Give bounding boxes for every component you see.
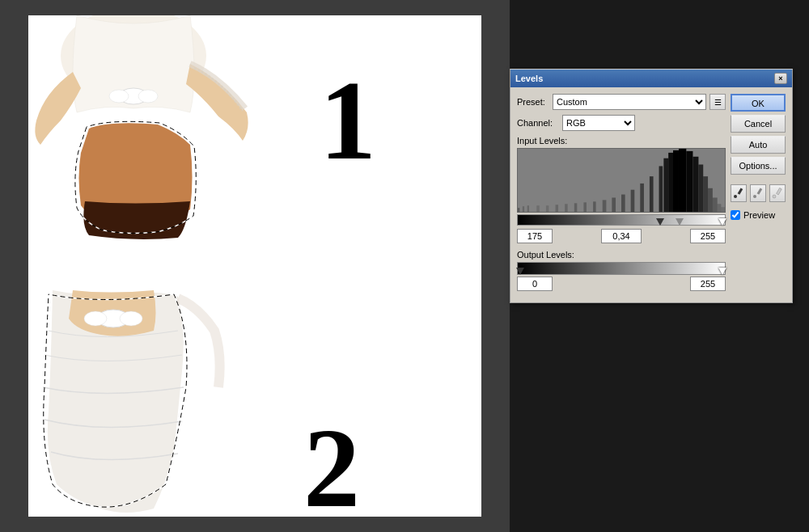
preset-select-wrapper: Custom: [553, 94, 706, 110]
svg-rect-13: [546, 205, 549, 212]
svg-rect-11: [527, 205, 529, 212]
svg-rect-31: [693, 157, 698, 212]
output-values-row: [517, 277, 726, 291]
svg-rect-24: [650, 176, 654, 212]
svg-point-7: [84, 311, 107, 326]
svg-rect-25: [659, 166, 663, 212]
svg-rect-22: [631, 190, 635, 212]
channel-select[interactable]: RGB: [562, 115, 635, 131]
input-white-field[interactable]: [690, 229, 726, 243]
input-mid-field[interactable]: [601, 229, 642, 243]
output-levels-label: Output Levels:: [517, 250, 726, 260]
svg-rect-34: [708, 188, 713, 212]
svg-rect-20: [612, 197, 616, 212]
svg-rect-26: [663, 158, 668, 212]
svg-rect-35: [713, 197, 718, 212]
svg-rect-12: [536, 205, 539, 212]
svg-rect-37: [721, 207, 725, 212]
svg-rect-32: [698, 165, 703, 213]
eyedropper-gray-btn[interactable]: [750, 184, 766, 202]
dialog-main: Preset: Custom ☰ Channel: RGB: [517, 94, 726, 296]
input-slider-track[interactable]: [517, 214, 726, 226]
eyedropper-white-icon: [772, 188, 783, 199]
number-1: 1: [320, 64, 376, 177]
auto-button[interactable]: Auto: [731, 136, 786, 154]
preset-select[interactable]: Custom: [553, 94, 706, 110]
svg-rect-9: [518, 208, 519, 212]
svg-rect-36: [718, 204, 722, 212]
close-button[interactable]: ×: [774, 73, 787, 84]
output-white-field[interactable]: [690, 277, 726, 291]
svg-rect-40: [757, 188, 763, 194]
svg-point-4: [138, 90, 158, 103]
settings-icon: ☰: [714, 98, 722, 107]
svg-rect-30: [686, 151, 693, 212]
eyedropper-gray-icon: [752, 188, 764, 199]
ok-button[interactable]: OK: [731, 94, 786, 112]
eyedropper-black-icon: [733, 188, 744, 199]
svg-rect-19: [603, 200, 607, 212]
number-2: 2: [303, 412, 360, 517]
svg-point-43: [773, 195, 776, 198]
cancel-button[interactable]: Cancel: [731, 115, 786, 133]
eyedropper-white-btn[interactable]: [769, 184, 786, 202]
svg-rect-18: [593, 201, 595, 212]
svg-rect-10: [523, 206, 524, 212]
dialog-title: Levels: [515, 74, 543, 83]
svg-rect-27: [668, 153, 673, 212]
options-button[interactable]: Options...: [731, 157, 786, 175]
preset-settings-btn[interactable]: ☰: [709, 94, 726, 110]
svg-rect-38: [738, 188, 743, 194]
figure-top-svg: [28, 15, 481, 290]
canvas-content: 1: [28, 15, 481, 517]
input-values-row: [517, 229, 726, 243]
svg-rect-29: [679, 149, 686, 212]
svg-rect-15: [565, 204, 567, 212]
svg-rect-23: [640, 184, 644, 212]
dialog-titlebar: Levels ×: [510, 70, 792, 87]
svg-rect-42: [777, 188, 782, 194]
input-levels-label: Input Levels:: [517, 136, 726, 146]
levels-dialog: Levels × Preset: Custom ☰: [510, 69, 793, 303]
eyedropper-black-btn[interactable]: [731, 184, 747, 202]
canvas-area: 1: [0, 0, 510, 532]
channel-select-wrapper: RGB: [562, 115, 635, 131]
output-gradient: [517, 262, 726, 275]
channel-label: Channel:: [517, 118, 559, 128]
preview-label[interactable]: Preview: [743, 210, 775, 220]
preset-label: Preset:: [517, 97, 549, 107]
figure-bottom-svg: [28, 290, 481, 517]
dialog-buttons: OK Cancel Auto Options...: [731, 94, 786, 296]
channel-row: Channel: RGB: [517, 115, 726, 131]
dialog-body: Preset: Custom ☰ Channel: RGB: [510, 87, 792, 302]
eyedropper-row: [731, 184, 786, 202]
svg-point-8: [120, 311, 142, 326]
input-black-field[interactable]: [517, 229, 553, 243]
preview-checkbox[interactable]: [731, 210, 740, 220]
histogram: [517, 148, 726, 213]
output-black-field[interactable]: [517, 277, 553, 291]
svg-point-3: [109, 90, 129, 103]
svg-rect-33: [703, 176, 708, 212]
svg-point-41: [753, 195, 756, 198]
svg-rect-17: [583, 202, 586, 212]
preview-row: Preview: [731, 210, 786, 220]
svg-rect-16: [574, 203, 577, 212]
close-icon: ×: [778, 74, 782, 82]
preset-row: Preset: Custom ☰: [517, 94, 726, 110]
svg-rect-21: [621, 195, 625, 212]
svg-rect-28: [673, 150, 679, 212]
svg-point-39: [734, 195, 737, 198]
svg-rect-14: [556, 205, 558, 212]
